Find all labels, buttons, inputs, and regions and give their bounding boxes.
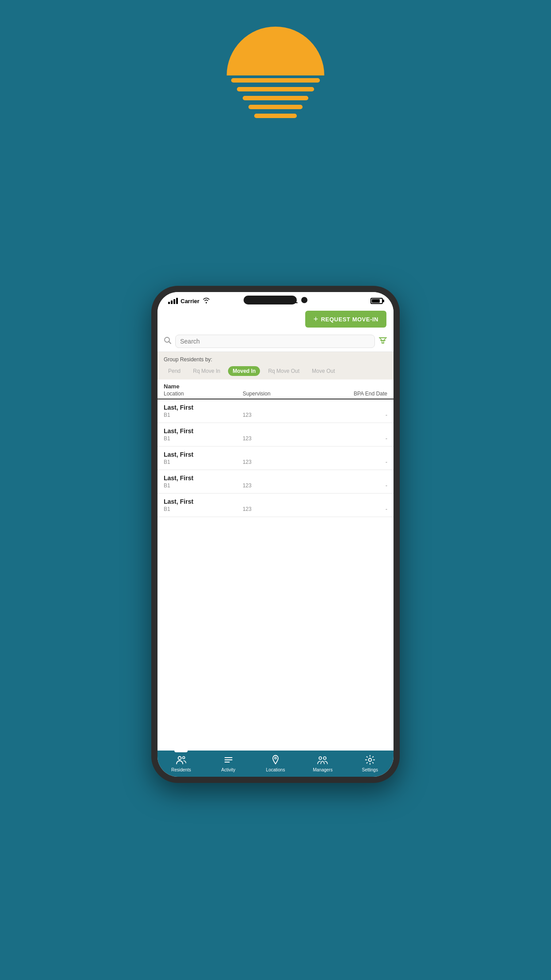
phone-pill — [244, 296, 297, 304]
logo-lines — [231, 78, 320, 118]
nav-item-residents[interactable]: Residents — [157, 754, 205, 772]
resident-location: B1 — [164, 459, 243, 465]
activity-icon — [223, 754, 234, 766]
phone-shell: Carrier 9:41 + REQUEST MOV — [151, 286, 400, 783]
resident-location: B1 — [164, 412, 243, 418]
resident-details: B1 123 - — [164, 412, 387, 418]
resident-supervision: 123 — [243, 412, 322, 418]
search-input[interactable] — [175, 335, 375, 348]
svg-point-3 — [178, 757, 181, 760]
resident-details: B1 123 - — [164, 459, 387, 465]
tab-pend[interactable]: Pend — [164, 366, 185, 376]
table-col-headers: Location Supervision BPA End Date — [164, 391, 387, 397]
resident-list: Last, First B1 123 - Last, First B1 123 … — [157, 399, 394, 751]
status-right — [370, 298, 383, 304]
resident-row[interactable]: Last, First B1 123 - — [157, 399, 394, 423]
logo-sun — [227, 27, 324, 75]
resident-name: Last, First — [164, 474, 387, 482]
resident-row[interactable]: Last, First B1 123 - — [157, 447, 394, 470]
resident-bpa: - — [322, 459, 387, 465]
svg-point-4 — [183, 757, 185, 759]
resident-supervision: 123 — [243, 506, 322, 512]
resident-details: B1 123 - — [164, 435, 387, 442]
search-area — [157, 331, 394, 352]
nav-settings-label: Settings — [362, 767, 378, 772]
request-move-in-button[interactable]: + REQUEST MOVE-IN — [305, 311, 386, 328]
resident-name: Last, First — [164, 498, 387, 505]
tab-move-out[interactable]: Move Out — [307, 366, 339, 376]
resident-name: Last, First — [164, 451, 387, 458]
resident-location: B1 — [164, 435, 243, 442]
phone-screen: Carrier 9:41 + REQUEST MOV — [157, 292, 394, 777]
battery-fill — [372, 299, 380, 303]
resident-bpa: - — [322, 482, 387, 489]
background-logo — [0, 0, 551, 118]
search-icon — [164, 336, 172, 346]
nav-item-settings[interactable]: Settings — [346, 754, 394, 772]
logo-line-1 — [231, 78, 320, 83]
resident-row[interactable]: Last, First B1 123 - — [157, 494, 394, 517]
settings-icon — [364, 754, 376, 766]
nav-item-locations[interactable]: Locations — [252, 754, 299, 772]
managers-icon — [317, 754, 328, 766]
nav-locations-label: Locations — [266, 767, 285, 772]
nav-item-activity[interactable]: Activity — [205, 754, 252, 772]
filter-tabs: Pend Rq Move In Moved In Rq Move Out Mov… — [164, 366, 387, 376]
residents-icon — [175, 754, 187, 766]
resident-details: B1 123 - — [164, 506, 387, 512]
request-move-in-label: REQUEST MOVE-IN — [321, 316, 378, 323]
filter-icon[interactable] — [378, 336, 387, 347]
svg-point-11 — [368, 759, 371, 762]
locations-icon — [270, 754, 281, 766]
phone-notch — [151, 292, 400, 308]
col-location-header: Location — [164, 391, 243, 397]
logo-line-5 — [254, 114, 297, 118]
logo-line-4 — [248, 105, 303, 109]
svg-point-8 — [275, 757, 276, 759]
resident-bpa: - — [322, 412, 387, 418]
tab-rq-move-out[interactable]: Rq Move Out — [264, 366, 304, 376]
table-header: Name Location Supervision BPA End Date — [157, 379, 394, 399]
battery-icon — [370, 298, 383, 304]
col-name-header: Name — [164, 383, 387, 390]
resident-name: Last, First — [164, 404, 387, 411]
logo-line-3 — [243, 96, 308, 100]
plus-icon: + — [313, 315, 318, 323]
phone-camera — [301, 297, 307, 303]
resident-supervision: 123 — [243, 435, 322, 442]
col-bpa-header: BPA End Date — [322, 391, 387, 397]
resident-row[interactable]: Last, First B1 123 - — [157, 423, 394, 447]
resident-bpa: - — [322, 435, 387, 442]
nav-managers-label: Managers — [313, 767, 332, 772]
resident-supervision: 123 — [243, 459, 322, 465]
top-bar: + REQUEST MOVE-IN — [157, 307, 394, 331]
resident-location: B1 — [164, 506, 243, 512]
svg-line-1 — [169, 342, 171, 344]
group-by-section: Group Residents by: Pend Rq Move In Move… — [157, 352, 394, 379]
svg-point-9 — [319, 757, 322, 759]
resident-name: Last, First — [164, 427, 387, 435]
nav-residents-label: Residents — [171, 767, 191, 772]
resident-details: B1 123 - — [164, 482, 387, 489]
group-by-label: Group Residents by: — [164, 356, 387, 363]
bottom-nav: Residents Activity Locations — [157, 751, 394, 777]
nav-activity-label: Activity — [221, 767, 236, 772]
resident-row[interactable]: Last, First B1 123 - — [157, 470, 394, 494]
tab-moved-in[interactable]: Moved In — [228, 366, 260, 376]
svg-point-10 — [323, 757, 326, 759]
col-supervision-header: Supervision — [243, 391, 322, 397]
tab-rq-move-in[interactable]: Rq Move In — [189, 366, 224, 376]
resident-supervision: 123 — [243, 482, 322, 489]
resident-bpa: - — [322, 506, 387, 512]
logo-line-2 — [237, 87, 314, 91]
nav-item-managers[interactable]: Managers — [299, 754, 346, 772]
resident-location: B1 — [164, 482, 243, 489]
